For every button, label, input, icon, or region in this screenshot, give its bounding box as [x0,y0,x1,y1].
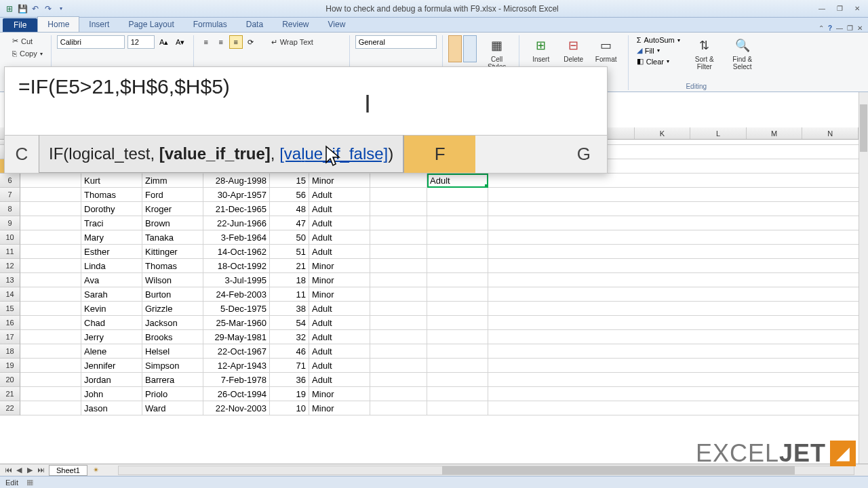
fill-button[interactable]: ◢Fill ▾ [634,45,683,56]
orientation-icon[interactable]: ⟳ [244,35,258,49]
cell[interactable]: Burton [142,287,203,302]
cell[interactable]: 50 [270,230,309,245]
vertical-scrollbar[interactable] [859,92,868,464]
cell[interactable]: 22-Nov-2003 [203,401,270,415]
doc-restore-icon[interactable]: ❐ [847,24,853,32]
cell[interactable]: Minor [309,259,370,273]
worksheet-grid[interactable]: J K L M N 34FirstLastBirthdateAgeStatusS… [0,127,859,464]
view-tab[interactable]: View [319,17,355,32]
formulas-tab[interactable]: Formulas [184,17,237,32]
col-header[interactable]: K [635,127,691,139]
cell[interactable]: 26-Oct-1994 [203,387,270,401]
redo-icon[interactable]: ↷ [43,3,54,14]
col-header[interactable]: M [747,127,803,139]
insert-cells-button[interactable]: ⊞Insert [525,35,557,66]
data-tab[interactable]: Data [237,17,273,32]
cell[interactable]: Kittinger [142,245,203,259]
file-tab[interactable]: File [3,18,37,32]
increase-font-icon[interactable]: A▴ [157,35,171,49]
cell[interactable]: Adult [309,188,370,202]
cell[interactable]: 7-Feb-1978 [203,373,270,387]
cell[interactable]: Kevin [81,302,142,316]
cell[interactable]: Thomas [142,259,203,273]
cell[interactable]: Ava [81,273,142,287]
cell[interactable]: 11 [270,287,309,302]
cell[interactable]: Simpson [142,359,203,373]
cell[interactable]: 10 [270,401,309,415]
col-header-c[interactable]: C [5,135,39,173]
col-header[interactable]: N [802,127,859,139]
cell[interactable]: 22-Oct-1967 [203,344,270,359]
prev-sheet-icon[interactable]: ◀ [14,466,24,474]
help-icon[interactable]: ? [828,24,832,32]
cell[interactable]: 14-Oct-1962 [203,245,270,259]
cell[interactable]: Ward [142,401,203,415]
cell[interactable]: 5-Dec-1975 [203,302,270,316]
close-button[interactable]: ✕ [849,3,865,14]
cell[interactable]: Adult [309,344,370,359]
cell[interactable]: 19 [270,387,309,401]
cell[interactable]: 71 [270,359,309,373]
cell[interactable]: 22-Jun-1966 [203,216,270,230]
cell[interactable]: Brown [142,216,203,230]
cell[interactable]: 21 [270,259,309,273]
new-sheet-icon[interactable]: ✴ [87,466,104,474]
cell[interactable]: Jennifer [81,359,142,373]
copy-button[interactable]: ⎘Copy ▾ [9,48,45,59]
save-icon[interactable]: 💾 [17,3,28,14]
cell[interactable]: Jerry [81,330,142,344]
review-tab[interactable]: Review [273,17,318,32]
col-header-g[interactable]: G [475,135,607,173]
cell[interactable]: 48 [270,202,309,216]
cell[interactable]: 56 [270,188,309,202]
qat-dropdown-icon[interactable]: ▾ [56,3,66,14]
cut-button[interactable]: ✂Cut [9,35,45,47]
cell[interactable]: Adult [309,316,370,330]
col-header-f-active[interactable]: F [403,135,475,173]
cell[interactable]: 3-Jul-1995 [203,273,270,287]
cell[interactable]: Jordan [81,373,142,387]
cell[interactable]: Sarah [81,287,142,302]
cell[interactable]: Tanaka [142,230,203,245]
cell[interactable]: Adult [309,245,370,259]
cell[interactable]: Kroger [142,202,203,216]
cell[interactable]: 15 [270,174,309,188]
cell[interactable]: 28-Aug-1998 [203,174,270,188]
cell[interactable]: 36 [270,373,309,387]
macro-record-icon[interactable]: ▦ [26,478,33,487]
cell[interactable]: 54 [270,316,309,330]
cell[interactable]: 30-Apr-1957 [203,188,270,202]
cell[interactable]: Mary [81,230,142,245]
cell[interactable]: 32 [270,330,309,344]
cell[interactable]: Alene [81,344,142,359]
font-name-select[interactable] [57,35,125,49]
autosum-button[interactable]: ΣAutoSum ▾ [634,35,683,45]
cell[interactable]: 38 [270,302,309,316]
number-format-select[interactable] [355,35,437,49]
align-left-icon[interactable]: ≡ [199,35,213,49]
cell[interactable]: 29-May-1981 [203,330,270,344]
cell[interactable]: 21-Dec-1965 [203,202,270,216]
first-sheet-icon[interactable]: ⏮ [3,466,14,474]
cell[interactable]: 51 [270,245,309,259]
clear-button[interactable]: ◧Clear ▾ [634,56,683,66]
cell[interactable]: Priolo [142,387,203,401]
cell[interactable]: Minor [309,174,370,188]
cell[interactable]: Linda [81,259,142,273]
cell[interactable]: 24-Feb-2003 [203,287,270,302]
cell[interactable]: 47 [270,216,309,230]
cell[interactable]: 25-Mar-1960 [203,316,270,330]
format-cells-button[interactable]: ▭Format [590,35,623,66]
restore-button[interactable]: ❐ [831,3,848,14]
sheet-tab[interactable]: Sheet1 [49,465,87,476]
cell[interactable]: Adult [309,330,370,344]
find-select-button[interactable]: 🔍Find & Select [726,35,759,73]
cell[interactable]: Adult [309,230,370,245]
align-center-icon[interactable]: ≡ [214,35,228,49]
cell[interactable]: Jackson [142,316,203,330]
cell[interactable]: Helsel [142,344,203,359]
cell[interactable]: Adult [309,216,370,230]
formula-bar-input[interactable]: =IF(E5>21,$H$6,$H$5) I [5,67,607,135]
cell[interactable]: 12-Apr-1943 [203,359,270,373]
cell[interactable]: Brooks [142,330,203,344]
